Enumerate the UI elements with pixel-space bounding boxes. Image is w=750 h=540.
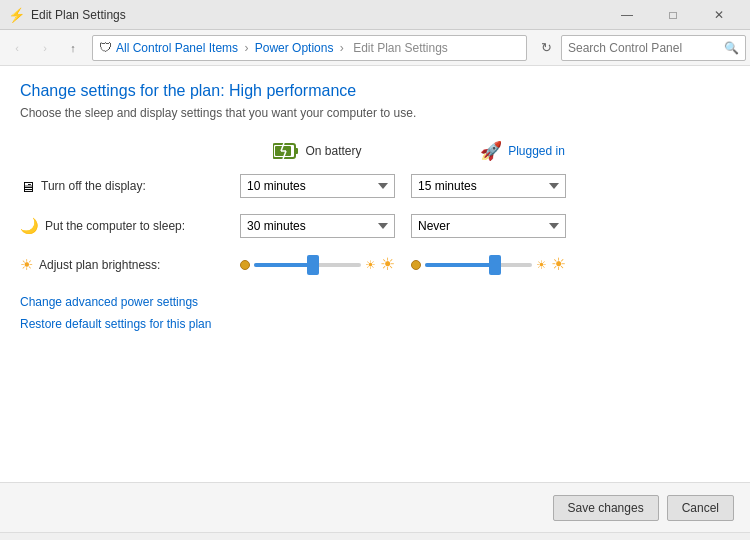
display-icon: 🖥 (20, 178, 35, 195)
restore-defaults-link[interactable]: Restore default settings for this plan (20, 317, 730, 331)
brightness-label: Adjust plan brightness: (39, 258, 160, 272)
brightness-label-area: ☀ Adjust plan brightness: (20, 256, 240, 274)
battery-brightness-sun-lg: ☀ (380, 254, 395, 275)
plugged-icon: 🚀 (480, 140, 502, 162)
search-icon: 🔍 (724, 41, 739, 55)
breadcrumb-sep-2: › (340, 41, 347, 55)
brightness-label-sun-icon: ☀ (20, 256, 33, 274)
bottom-bar: Save changes Cancel (0, 482, 750, 532)
on-battery-label: On battery (305, 144, 361, 158)
maximize-button[interactable]: □ (650, 0, 696, 30)
sleep-icon: 🌙 (20, 217, 39, 235)
minimize-button[interactable]: — (604, 0, 650, 30)
save-changes-button[interactable]: Save changes (553, 495, 659, 521)
title-bar: ⚡ Edit Plan Settings — □ ✕ (0, 0, 750, 30)
sleep-controls: 30 minutes 15 minutes 1 hour Never Never… (240, 214, 566, 238)
search-bar[interactable]: 🔍 (561, 35, 746, 61)
links-area: Change advanced power settings Restore d… (20, 295, 730, 331)
display-controls: 10 minutes 15 minutes 20 minutes Never 1… (240, 174, 566, 198)
battery-brightness-track[interactable] (254, 263, 361, 267)
battery-brightness-fill (254, 263, 313, 267)
title-bar-controls: — □ ✕ (604, 0, 742, 30)
battery-brightness-control: ☀ ☀ (240, 254, 395, 275)
current-page-crumb: Edit Plan Settings (353, 41, 448, 55)
brightness-controls: ☀ ☀ ☀ ☀ (240, 254, 566, 275)
address-path: All Control Panel Items › Power Options … (116, 41, 451, 55)
main-content: Change settings for the plan: High perfo… (0, 66, 750, 482)
back-button[interactable]: ‹ (4, 35, 30, 61)
display-off-row: 🖥 Turn off the display: 10 minutes 15 mi… (20, 174, 730, 198)
title-bar-title: Edit Plan Settings (31, 8, 604, 22)
plugged-brightness-fill (425, 263, 495, 267)
breadcrumb-sep-1: › (244, 41, 251, 55)
plugged-brightness-sun-sm: ☀ (536, 258, 547, 272)
battery-brightness-sun-sm: ☀ (365, 258, 376, 272)
forward-button[interactable]: › (32, 35, 58, 61)
page-subtitle: Choose the sleep and display settings th… (20, 106, 730, 120)
slider-dot-battery (240, 260, 250, 270)
address-bar[interactable]: 🛡 All Control Panel Items › Power Option… (92, 35, 527, 61)
sleep-label-area: 🌙 Put the computer to sleep: (20, 217, 240, 235)
plugged-brightness-sun-lg: ☀ (551, 254, 566, 275)
slider-dot-plugged (411, 260, 421, 270)
advanced-power-settings-link[interactable]: Change advanced power settings (20, 295, 730, 309)
all-control-panel-link[interactable]: All Control Panel Items (116, 41, 238, 55)
shield-icon: 🛡 (99, 40, 112, 55)
sleep-row: 🌙 Put the computer to sleep: 30 minutes … (20, 214, 730, 238)
svg-rect-1 (295, 148, 298, 154)
page-title: Change settings for the plan: High perfo… (20, 82, 730, 100)
cancel-button[interactable]: Cancel (667, 495, 734, 521)
display-battery-dropdown[interactable]: 10 minutes 15 minutes 20 minutes Never (240, 174, 395, 198)
status-bar: Save changes and after two hours of inac… (0, 532, 750, 540)
power-options-link[interactable]: Power Options (255, 41, 334, 55)
display-plugged-dropdown[interactable]: 15 minutes 10 minutes 20 minutes Never (411, 174, 566, 198)
sleep-plugged-dropdown[interactable]: Never 30 minutes 1 hour 2 hours (411, 214, 566, 238)
battery-icon (273, 143, 299, 159)
plugged-brightness-control: ☀ ☀ (411, 254, 566, 275)
brightness-row: ☀ Adjust plan brightness: ☀ ☀ (20, 254, 730, 275)
up-button[interactable]: ↑ (60, 35, 86, 61)
battery-brightness-thumb (307, 255, 319, 275)
sleep-battery-dropdown[interactable]: 30 minutes 15 minutes 1 hour Never (240, 214, 395, 238)
refresh-button[interactable]: ↻ (533, 35, 559, 61)
title-bar-icon: ⚡ (8, 7, 25, 23)
nav-bar: ‹ › ↑ 🛡 All Control Panel Items › Power … (0, 30, 750, 66)
column-headers: On battery 🚀 Plugged in (240, 140, 730, 162)
display-off-label: Turn off the display: (41, 179, 146, 193)
close-button[interactable]: ✕ (696, 0, 742, 30)
display-label-area: 🖥 Turn off the display: (20, 178, 240, 195)
plugged-brightness-track[interactable] (425, 263, 532, 267)
plugged-in-header: 🚀 Plugged in (445, 140, 600, 162)
on-battery-header: On battery (240, 143, 395, 159)
search-input[interactable] (568, 41, 724, 55)
plugged-brightness-thumb (489, 255, 501, 275)
plugged-in-label: Plugged in (508, 144, 565, 158)
sleep-label: Put the computer to sleep: (45, 219, 185, 233)
